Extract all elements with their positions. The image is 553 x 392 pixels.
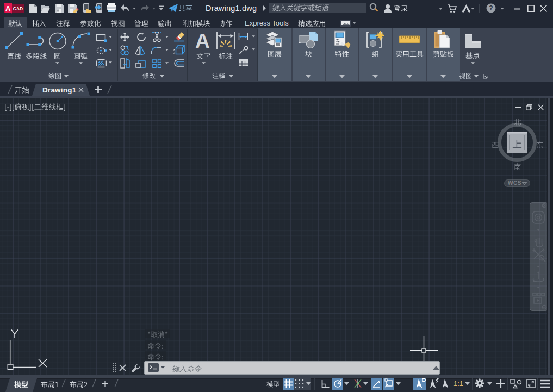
svg-text:A: A bbox=[5, 4, 11, 13]
svg-text:CAD: CAD bbox=[13, 6, 23, 11]
svg-text:?: ? bbox=[489, 4, 493, 12]
